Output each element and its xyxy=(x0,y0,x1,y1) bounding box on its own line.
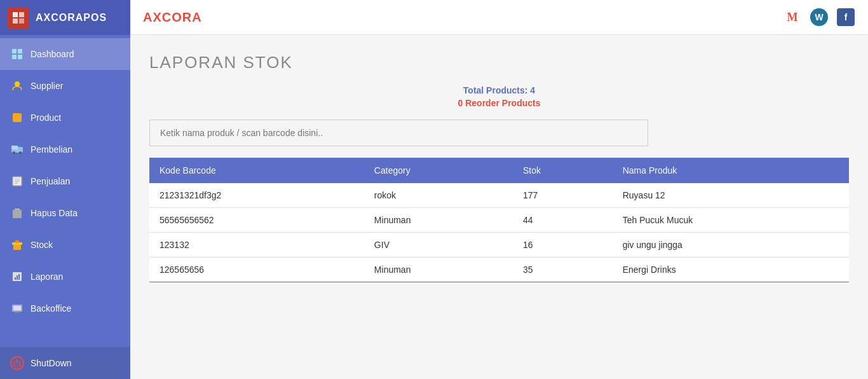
cell-nama: giv ungu jingga xyxy=(613,233,849,258)
search-input[interactable] xyxy=(149,120,648,146)
total-products-label: Total Products: xyxy=(463,85,528,95)
svg-point-8 xyxy=(15,81,20,86)
svg-rect-0 xyxy=(13,12,18,17)
cell-barcode: 123132 xyxy=(149,233,364,258)
table-header: Kode Barcode Category Stok Nama Produk xyxy=(149,158,849,183)
svg-rect-26 xyxy=(17,275,18,280)
gmail-button[interactable]: M xyxy=(783,8,802,27)
cell-category: GIV xyxy=(364,233,513,258)
sidebar-header: AXCORAPOS xyxy=(0,0,130,35)
hapus-data-icon xyxy=(10,206,24,220)
app-logo xyxy=(8,7,29,29)
svg-rect-21 xyxy=(13,244,21,250)
col-header-nama: Nama Produk xyxy=(613,158,849,183)
dashboard-icon xyxy=(10,47,24,61)
logo-a: A xyxy=(192,10,201,24)
reorder-label: Reorder Products xyxy=(465,98,540,108)
table-row: 21231321df3g2 rokok 177 Ruyasu 12 xyxy=(149,183,849,208)
sidebar-nav: Dashboard Supplier Product xyxy=(0,35,130,347)
table-row: 126565656 Minuman 35 Energi Drinks xyxy=(149,258,849,282)
reorder-stat: 0 Reorder Products xyxy=(149,98,849,108)
svg-rect-23 xyxy=(15,240,19,243)
reorder-value: 0 xyxy=(458,98,463,108)
table-row: 56565656562 Minuman 44 Teh Pucuk Mucuk xyxy=(149,208,849,233)
stock-table: Kode Barcode Category Stok Nama Produk 2… xyxy=(149,158,849,282)
sidebar-item-backoffice[interactable]: Backoffice xyxy=(0,293,130,324)
sidebar-item-label-laporan: Laporan xyxy=(31,272,63,282)
stats-area: Total Products: 4 0 Reorder Products xyxy=(149,85,849,108)
total-products-stat: Total Products: 4 xyxy=(149,85,849,95)
svg-rect-27 xyxy=(18,274,20,280)
total-products-value: 4 xyxy=(530,85,535,95)
sidebar-item-hapus-data[interactable]: Hapus Data xyxy=(0,197,130,229)
penjualan-icon xyxy=(10,174,24,188)
col-header-barcode: Kode Barcode xyxy=(149,158,364,183)
sidebar-item-label-stock: Stock xyxy=(31,240,53,250)
supplier-icon xyxy=(10,79,24,93)
svg-point-11 xyxy=(13,151,15,154)
sidebar-item-product[interactable]: Product xyxy=(0,102,130,134)
sidebar-item-label-product: Product xyxy=(31,113,61,123)
svg-rect-7 xyxy=(18,55,22,59)
sidebar-item-label-backoffice: Backoffice xyxy=(31,303,71,314)
wordpress-button[interactable]: W xyxy=(810,8,829,27)
sidebar-item-laporan[interactable]: Laporan xyxy=(0,261,130,293)
svg-rect-2 xyxy=(13,18,18,24)
laporan-icon xyxy=(10,270,24,284)
content-area: LAPORAN STOK Total Products: 4 0 Reorder… xyxy=(130,35,868,379)
sidebar-item-pembelian[interactable]: Pembelian xyxy=(0,134,130,165)
pembelian-icon xyxy=(10,142,24,156)
cell-stok: 35 xyxy=(513,258,613,282)
svg-rect-3 xyxy=(19,18,24,24)
stock-icon xyxy=(10,238,24,252)
app-title: AXCORAPOS xyxy=(36,12,107,24)
cell-nama: Energi Drinks xyxy=(613,258,849,282)
cell-category: Minuman xyxy=(364,208,513,233)
main-area: AXCORA M W f LAPORAN STOK Total Products… xyxy=(130,0,868,379)
backoffice-icon xyxy=(10,301,24,315)
sidebar: AXCORAPOS Dashboard Supplie xyxy=(0,0,130,379)
product-icon xyxy=(10,111,24,125)
svg-rect-18 xyxy=(13,210,22,218)
svg-rect-13 xyxy=(11,146,18,149)
sidebar-item-dashboard[interactable]: Dashboard xyxy=(0,38,130,70)
table-body: 21231321df3g2 rokok 177 Ruyasu 12 565656… xyxy=(149,183,849,282)
svg-rect-1 xyxy=(19,12,24,17)
sidebar-item-supplier[interactable]: Supplier xyxy=(0,70,130,102)
cell-stok: 16 xyxy=(513,233,613,258)
sidebar-item-stock[interactable]: Stock xyxy=(0,229,130,261)
svg-rect-4 xyxy=(12,49,17,53)
gmail-icon: M xyxy=(787,11,798,24)
cell-barcode: 21231321df3g2 xyxy=(149,183,364,208)
facebook-icon: f xyxy=(837,8,855,26)
shutdown-button[interactable]: ShutDown xyxy=(0,347,130,379)
svg-rect-9 xyxy=(13,113,22,122)
table-row: 123132 GIV 16 giv ungu jingga xyxy=(149,233,849,258)
sidebar-item-penjualan[interactable]: Penjualan xyxy=(0,165,130,197)
sidebar-item-label-penjualan: Penjualan xyxy=(31,176,70,186)
page-title: LAPORAN STOK xyxy=(149,53,849,72)
sidebar-item-label-supplier: Supplier xyxy=(31,81,63,91)
wordpress-icon: W xyxy=(810,8,828,26)
topbar-icons: M W f xyxy=(783,8,855,27)
cell-nama: Ruyasu 12 xyxy=(613,183,849,208)
sidebar-item-label-hapus: Hapus Data xyxy=(31,208,78,218)
svg-rect-25 xyxy=(15,277,16,280)
topbar: AXCORA M W f xyxy=(130,0,868,35)
sidebar-item-label-pembelian: Pembelian xyxy=(31,144,72,155)
logo-ax: AXCOR xyxy=(143,10,192,24)
svg-point-12 xyxy=(19,151,22,154)
svg-rect-30 xyxy=(13,306,21,310)
cell-category: Minuman xyxy=(364,258,513,282)
svg-rect-5 xyxy=(18,49,22,53)
cell-barcode: 56565656562 xyxy=(149,208,364,233)
sidebar-item-label-dashboard: Dashboard xyxy=(31,49,74,59)
cell-stok: 44 xyxy=(513,208,613,233)
shutdown-icon xyxy=(10,356,24,370)
axcora-logo: AXCORA xyxy=(143,10,202,25)
facebook-button[interactable]: f xyxy=(836,8,855,27)
cell-barcode: 126565656 xyxy=(149,258,364,282)
cell-nama: Teh Pucuk Mucuk xyxy=(613,208,849,233)
col-header-stok: Stok xyxy=(513,158,613,183)
col-header-category: Category xyxy=(364,158,513,183)
